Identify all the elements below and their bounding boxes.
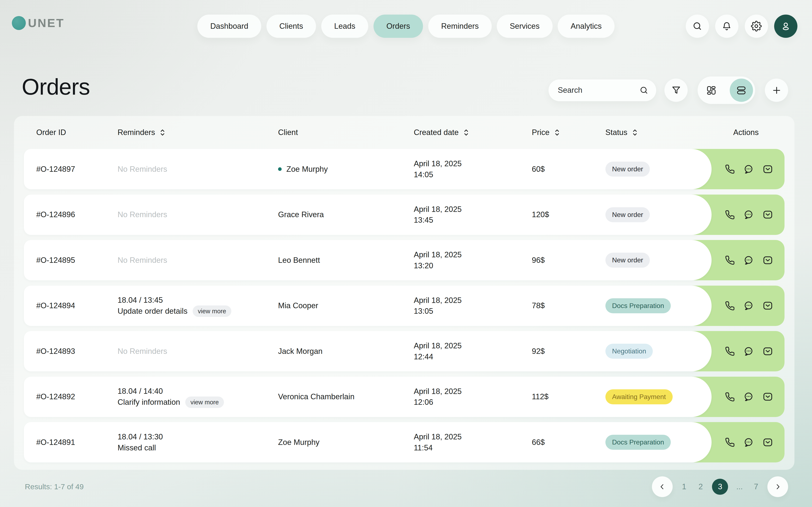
created-date: April 18, 2025 bbox=[414, 204, 532, 215]
created-date: April 18, 2025 bbox=[414, 249, 532, 260]
view-more-button[interactable]: view more bbox=[193, 305, 231, 317]
client-cell: Grace Rivera bbox=[278, 210, 414, 219]
call-button[interactable] bbox=[724, 209, 735, 220]
created-time: 13:45 bbox=[414, 215, 532, 225]
order-id: #O-124894 bbox=[36, 301, 117, 310]
page-7[interactable]: 7 bbox=[751, 482, 761, 491]
table-row: #O-124893 No Reminders Jack Morgan April… bbox=[24, 331, 785, 372]
email-button[interactable] bbox=[762, 437, 773, 448]
order-id: #O-124891 bbox=[36, 438, 117, 447]
search-button[interactable] bbox=[686, 14, 709, 38]
created-date-cell: April 18, 202511:54 bbox=[414, 431, 532, 453]
chat-button[interactable] bbox=[743, 255, 754, 266]
settings-button[interactable] bbox=[745, 14, 768, 38]
prev-page-button[interactable] bbox=[652, 476, 673, 497]
nav-item-analytics[interactable]: Analytics bbox=[558, 14, 614, 38]
nav-item-reminders[interactable]: Reminders bbox=[428, 14, 492, 38]
email-button[interactable] bbox=[762, 391, 773, 402]
call-button[interactable] bbox=[724, 255, 735, 266]
created-date-cell: April 18, 202513:45 bbox=[414, 204, 532, 226]
price-cell: 78$ bbox=[532, 301, 605, 310]
filter-button[interactable] bbox=[664, 78, 688, 102]
online-dot bbox=[278, 167, 282, 171]
sort-icon[interactable] bbox=[554, 129, 560, 136]
order-row[interactable]: #O-124897 No Reminders Zoe Murphy April … bbox=[24, 149, 712, 189]
call-button[interactable] bbox=[724, 391, 735, 402]
order-id: #O-124893 bbox=[36, 347, 117, 356]
toolbar bbox=[549, 76, 788, 104]
search-field[interactable] bbox=[549, 79, 656, 101]
chat-button[interactable] bbox=[743, 391, 754, 402]
page-1[interactable]: 1 bbox=[679, 482, 689, 491]
notifications-button[interactable] bbox=[715, 14, 739, 38]
funnel-icon bbox=[671, 85, 681, 96]
order-row[interactable]: #O-124896 No Reminders Grace Rivera Apri… bbox=[24, 194, 712, 235]
order-row[interactable]: #O-124894 18.04 / 13:45 Update order det… bbox=[24, 286, 712, 326]
status-badge: Docs Preparation bbox=[605, 298, 671, 313]
chat-button[interactable] bbox=[743, 209, 754, 220]
client-cell: Jack Morgan bbox=[278, 347, 414, 356]
order-id: #O-124892 bbox=[36, 392, 117, 401]
search-input[interactable] bbox=[558, 86, 639, 95]
order-row[interactable]: #O-124895 No Reminders Leo Bennett April… bbox=[24, 240, 712, 280]
email-button[interactable] bbox=[762, 209, 773, 220]
table-header: Order IDRemindersClientCreated datePrice… bbox=[14, 116, 795, 149]
add-order-button[interactable] bbox=[765, 78, 788, 102]
no-reminders-label: No Reminders bbox=[117, 165, 167, 173]
call-button[interactable] bbox=[724, 164, 735, 174]
nav-item-orders[interactable]: Orders bbox=[373, 14, 423, 38]
brand-logo[interactable]: UNET bbox=[12, 16, 64, 30]
call-button[interactable] bbox=[724, 300, 735, 311]
sort-icon[interactable] bbox=[632, 129, 638, 136]
chat-button[interactable] bbox=[743, 346, 754, 357]
client-cell: Leo Bennett bbox=[278, 256, 414, 265]
nav-item-clients[interactable]: Clients bbox=[266, 14, 316, 38]
reminder-note: Clarify information bbox=[117, 397, 180, 407]
email-button[interactable] bbox=[762, 300, 773, 312]
created-date: April 18, 2025 bbox=[414, 340, 532, 351]
created-time: 11:54 bbox=[414, 442, 532, 453]
email-button[interactable] bbox=[762, 255, 773, 266]
created-time: 12:06 bbox=[414, 397, 532, 407]
orders-page: UNET DashboardClientsLeadsOrdersReminder… bbox=[0, 0, 812, 507]
reminder-cell: 18.04 / 13:30 Missed call bbox=[117, 431, 278, 453]
logo-icon bbox=[12, 16, 26, 30]
main-nav: DashboardClientsLeadsOrdersRemindersServ… bbox=[197, 14, 614, 38]
page-2[interactable]: 2 bbox=[696, 482, 706, 491]
profile-avatar[interactable] bbox=[774, 14, 798, 38]
sort-icon[interactable] bbox=[463, 129, 469, 136]
column-header-client: Client bbox=[278, 128, 414, 137]
no-reminders-label: No Reminders bbox=[117, 347, 167, 355]
order-row[interactable]: #O-124891 18.04 / 13:30 Missed call Zoe … bbox=[24, 422, 712, 462]
chat-button[interactable] bbox=[743, 437, 754, 448]
next-page-button[interactable] bbox=[767, 476, 788, 497]
nav-item-leads[interactable]: Leads bbox=[321, 14, 368, 38]
no-reminders-label: No Reminders bbox=[117, 210, 167, 219]
created-time: 13:05 bbox=[414, 306, 532, 317]
order-row[interactable]: #O-124892 18.04 / 14:40 Clarify informat… bbox=[24, 377, 712, 417]
order-row[interactable]: #O-124893 No Reminders Jack Morgan April… bbox=[24, 331, 712, 372]
nav-item-services[interactable]: Services bbox=[497, 14, 553, 38]
reminder-cell: No Reminders bbox=[117, 347, 278, 356]
page-3[interactable]: 3 bbox=[712, 479, 728, 495]
nav-item-dashboard[interactable]: Dashboard bbox=[197, 14, 261, 38]
grid-view-button[interactable] bbox=[700, 78, 723, 102]
created-date: April 18, 2025 bbox=[414, 158, 532, 169]
created-date-cell: April 18, 202513:05 bbox=[414, 295, 532, 317]
brand-name: UNET bbox=[28, 16, 64, 30]
client-name: Mia Cooper bbox=[278, 301, 318, 310]
created-date: April 18, 2025 bbox=[414, 431, 532, 442]
reminder-cell: No Reminders bbox=[117, 165, 278, 174]
sort-icon[interactable] bbox=[160, 129, 165, 136]
list-view-button[interactable] bbox=[730, 78, 753, 102]
email-button[interactable] bbox=[762, 164, 773, 175]
chat-button[interactable] bbox=[743, 164, 754, 175]
email-button[interactable] bbox=[762, 346, 773, 357]
page-head: Orders bbox=[0, 76, 812, 101]
price-cell: 112$ bbox=[532, 392, 605, 401]
pagination-ellipsis: ... bbox=[734, 482, 745, 491]
call-button[interactable] bbox=[724, 346, 735, 356]
call-button[interactable] bbox=[724, 437, 735, 448]
chat-button[interactable] bbox=[743, 300, 754, 312]
view-more-button[interactable]: view more bbox=[185, 397, 224, 408]
